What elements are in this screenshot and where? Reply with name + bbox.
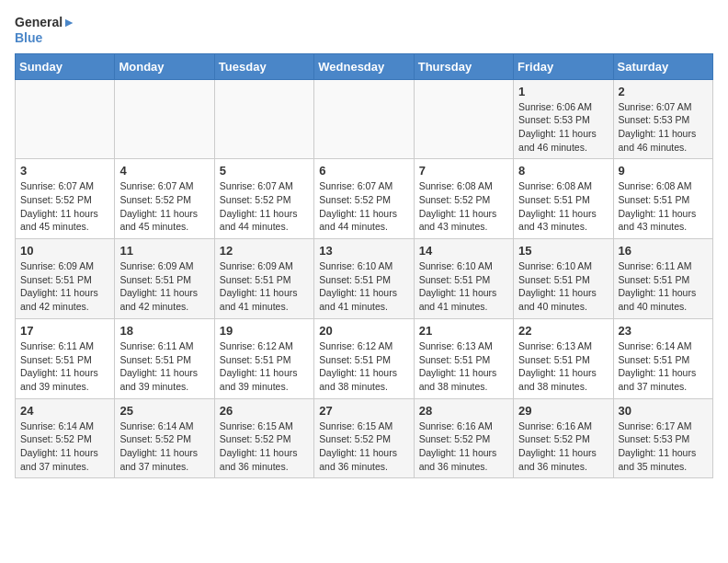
calendar-header: SundayMondayTuesdayWednesdayThursdayFrid… xyxy=(16,53,713,79)
calendar-cell: 26Sunrise: 6:15 AM Sunset: 5:52 PM Dayli… xyxy=(214,398,313,478)
calendar-cell: 22Sunrise: 6:13 AM Sunset: 5:51 PM Dayli… xyxy=(514,318,613,398)
day-number: 27 xyxy=(319,404,408,418)
weekday-header-tuesday: Tuesday xyxy=(214,53,313,79)
day-info: Sunrise: 6:08 AM Sunset: 5:52 PM Dayligh… xyxy=(419,179,508,234)
calendar-cell: 7Sunrise: 6:08 AM Sunset: 5:52 PM Daylig… xyxy=(414,159,513,239)
calendar-cell xyxy=(314,79,414,159)
day-number: 13 xyxy=(319,244,408,258)
day-number: 22 xyxy=(518,324,608,338)
calendar-cell: 10Sunrise: 6:09 AM Sunset: 5:51 PM Dayli… xyxy=(16,239,115,319)
day-info: Sunrise: 6:10 AM Sunset: 5:51 PM Dayligh… xyxy=(518,259,608,314)
calendar-cell: 4Sunrise: 6:07 AM Sunset: 5:52 PM Daylig… xyxy=(115,159,214,239)
day-info: Sunrise: 6:14 AM Sunset: 5:52 PM Dayligh… xyxy=(20,419,109,474)
day-number: 5 xyxy=(220,164,309,178)
day-number: 28 xyxy=(419,404,508,418)
calendar-cell: 27Sunrise: 6:15 AM Sunset: 5:52 PM Dayli… xyxy=(314,398,414,478)
calendar-week-row: 24Sunrise: 6:14 AM Sunset: 5:52 PM Dayli… xyxy=(16,398,713,478)
day-number: 25 xyxy=(119,404,209,418)
calendar-cell: 23Sunrise: 6:14 AM Sunset: 5:51 PM Dayli… xyxy=(613,318,712,398)
day-number: 21 xyxy=(419,324,508,338)
calendar-cell: 15Sunrise: 6:10 AM Sunset: 5:51 PM Dayli… xyxy=(514,239,613,319)
day-number: 24 xyxy=(20,404,109,418)
day-info: Sunrise: 6:08 AM Sunset: 5:51 PM Dayligh… xyxy=(518,179,608,234)
day-info: Sunrise: 6:15 AM Sunset: 5:52 PM Dayligh… xyxy=(319,419,408,474)
day-number: 1 xyxy=(518,85,608,98)
day-number: 9 xyxy=(619,164,708,178)
day-number: 10 xyxy=(20,244,109,258)
day-info: Sunrise: 6:17 AM Sunset: 5:53 PM Dayligh… xyxy=(619,419,708,474)
calendar-cell: 30Sunrise: 6:17 AM Sunset: 5:53 PM Dayli… xyxy=(613,398,712,478)
day-info: Sunrise: 6:10 AM Sunset: 5:51 PM Dayligh… xyxy=(319,259,408,314)
calendar-cell: 5Sunrise: 6:07 AM Sunset: 5:52 PM Daylig… xyxy=(214,159,313,239)
day-info: Sunrise: 6:09 AM Sunset: 5:51 PM Dayligh… xyxy=(220,259,309,314)
day-info: Sunrise: 6:13 AM Sunset: 5:51 PM Dayligh… xyxy=(518,339,608,394)
calendar-cell: 24Sunrise: 6:14 AM Sunset: 5:52 PM Dayli… xyxy=(16,398,115,478)
calendar-cell xyxy=(16,79,115,159)
day-number: 16 xyxy=(619,244,708,258)
calendar-cell: 28Sunrise: 6:16 AM Sunset: 5:52 PM Dayli… xyxy=(414,398,513,478)
day-number: 20 xyxy=(319,324,408,338)
day-info: Sunrise: 6:11 AM Sunset: 5:51 PM Dayligh… xyxy=(119,339,209,394)
day-info: Sunrise: 6:07 AM Sunset: 5:53 PM Dayligh… xyxy=(619,100,708,155)
weekday-header-saturday: Saturday xyxy=(613,53,712,79)
calendar-week-row: 10Sunrise: 6:09 AM Sunset: 5:51 PM Dayli… xyxy=(16,239,713,319)
day-number: 23 xyxy=(619,324,708,338)
day-info: Sunrise: 6:07 AM Sunset: 5:52 PM Dayligh… xyxy=(319,179,408,234)
day-info: Sunrise: 6:07 AM Sunset: 5:52 PM Dayligh… xyxy=(119,179,209,234)
day-number: 3 xyxy=(20,164,109,178)
day-number: 30 xyxy=(619,404,708,418)
day-info: Sunrise: 6:11 AM Sunset: 5:51 PM Dayligh… xyxy=(619,259,708,314)
day-info: Sunrise: 6:14 AM Sunset: 5:52 PM Dayligh… xyxy=(119,419,209,474)
day-info: Sunrise: 6:07 AM Sunset: 5:52 PM Dayligh… xyxy=(220,179,309,234)
calendar-cell: 17Sunrise: 6:11 AM Sunset: 5:51 PM Dayli… xyxy=(16,318,115,398)
day-info: Sunrise: 6:16 AM Sunset: 5:52 PM Dayligh… xyxy=(419,419,508,474)
day-number: 15 xyxy=(518,244,608,258)
day-info: Sunrise: 6:16 AM Sunset: 5:52 PM Dayligh… xyxy=(518,419,608,474)
day-info: Sunrise: 6:11 AM Sunset: 5:51 PM Dayligh… xyxy=(20,339,109,394)
day-number: 26 xyxy=(220,404,309,418)
weekday-header-wednesday: Wednesday xyxy=(314,53,414,79)
calendar-cell: 1Sunrise: 6:06 AM Sunset: 5:53 PM Daylig… xyxy=(514,79,613,159)
day-info: Sunrise: 6:12 AM Sunset: 5:51 PM Dayligh… xyxy=(220,339,309,394)
page-header: General►Blue xyxy=(15,15,713,46)
calendar-cell: 29Sunrise: 6:16 AM Sunset: 5:52 PM Dayli… xyxy=(514,398,613,478)
calendar-cell: 12Sunrise: 6:09 AM Sunset: 5:51 PM Dayli… xyxy=(214,239,313,319)
day-number: 4 xyxy=(119,164,209,178)
day-info: Sunrise: 6:07 AM Sunset: 5:52 PM Dayligh… xyxy=(20,179,109,234)
calendar-cell xyxy=(214,79,313,159)
calendar-cell: 11Sunrise: 6:09 AM Sunset: 5:51 PM Dayli… xyxy=(115,239,214,319)
calendar-cell: 25Sunrise: 6:14 AM Sunset: 5:52 PM Dayli… xyxy=(115,398,214,478)
day-number: 12 xyxy=(220,244,309,258)
day-number: 29 xyxy=(518,404,608,418)
day-info: Sunrise: 6:06 AM Sunset: 5:53 PM Dayligh… xyxy=(518,100,608,155)
day-number: 7 xyxy=(419,164,508,178)
day-info: Sunrise: 6:13 AM Sunset: 5:51 PM Dayligh… xyxy=(419,339,508,394)
weekday-header-sunday: Sunday xyxy=(16,53,115,79)
day-info: Sunrise: 6:10 AM Sunset: 5:51 PM Dayligh… xyxy=(419,259,508,314)
logo-text: General►Blue xyxy=(15,15,75,46)
calendar-cell: 6Sunrise: 6:07 AM Sunset: 5:52 PM Daylig… xyxy=(314,159,414,239)
day-info: Sunrise: 6:09 AM Sunset: 5:51 PM Dayligh… xyxy=(20,259,109,314)
weekday-header-monday: Monday xyxy=(115,53,214,79)
calendar-cell: 19Sunrise: 6:12 AM Sunset: 5:51 PM Dayli… xyxy=(214,318,313,398)
day-info: Sunrise: 6:09 AM Sunset: 5:51 PM Dayligh… xyxy=(119,259,209,314)
calendar-week-row: 3Sunrise: 6:07 AM Sunset: 5:52 PM Daylig… xyxy=(16,159,713,239)
calendar-cell: 8Sunrise: 6:08 AM Sunset: 5:51 PM Daylig… xyxy=(514,159,613,239)
weekday-header-thursday: Thursday xyxy=(414,53,513,79)
day-number: 17 xyxy=(20,324,109,338)
calendar-cell: 14Sunrise: 6:10 AM Sunset: 5:51 PM Dayli… xyxy=(414,239,513,319)
calendar-cell xyxy=(414,79,513,159)
calendar-cell: 21Sunrise: 6:13 AM Sunset: 5:51 PM Dayli… xyxy=(414,318,513,398)
calendar-table: SundayMondayTuesdayWednesdayThursdayFrid… xyxy=(15,53,713,479)
calendar-cell: 3Sunrise: 6:07 AM Sunset: 5:52 PM Daylig… xyxy=(16,159,115,239)
day-info: Sunrise: 6:08 AM Sunset: 5:51 PM Dayligh… xyxy=(619,179,708,234)
calendar-week-row: 1Sunrise: 6:06 AM Sunset: 5:53 PM Daylig… xyxy=(16,79,713,159)
calendar-body: 1Sunrise: 6:06 AM Sunset: 5:53 PM Daylig… xyxy=(16,79,713,478)
calendar-cell xyxy=(115,79,214,159)
day-number: 11 xyxy=(119,244,209,258)
day-info: Sunrise: 6:14 AM Sunset: 5:51 PM Dayligh… xyxy=(619,339,708,394)
logo: General►Blue xyxy=(15,15,75,46)
calendar-week-row: 17Sunrise: 6:11 AM Sunset: 5:51 PM Dayli… xyxy=(16,318,713,398)
day-number: 14 xyxy=(419,244,508,258)
day-number: 2 xyxy=(619,85,708,98)
